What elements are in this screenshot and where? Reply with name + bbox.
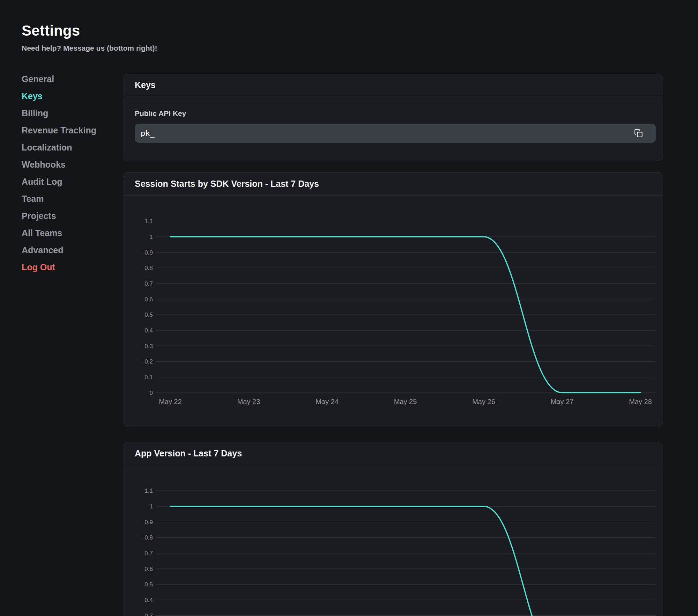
y-tick-label: 1 [150, 234, 153, 240]
y-tick-label: 0.5 [144, 311, 153, 318]
app-chart-title: App Version - Last 7 Days [135, 448, 242, 459]
sidebar-item-projects[interactable]: Projects [22, 212, 105, 220]
keys-card: Keys Public API Key [123, 74, 663, 161]
public-api-key-input[interactable] [135, 124, 656, 143]
sdk-version-chart-card: Session Starts by SDK Version - Last 7 D… [123, 172, 663, 427]
y-tick-label: 0.7 [144, 550, 153, 557]
sidebar-item-keys[interactable]: Keys [22, 92, 105, 101]
keys-card-title: Keys [135, 80, 156, 90]
x-tick-label-may-25: May 25 [394, 398, 417, 405]
y-tick-label: 0.1 [144, 374, 153, 381]
sidebar-item-general[interactable]: General [22, 75, 105, 83]
y-tick-label: 0.9 [144, 249, 153, 256]
sdk-chart-header: Session Starts by SDK Version - Last 7 D… [123, 173, 663, 196]
y-tick-label: 0.8 [144, 534, 153, 541]
y-tick-label: 1.1 [144, 487, 153, 494]
series-line-app-version [170, 506, 640, 616]
x-tick-label-may-26: May 26 [472, 398, 495, 405]
x-tick-label-may-22: May 22 [159, 398, 182, 405]
sidebar-item-localization[interactable]: Localization [22, 143, 105, 152]
app-version-line-chart: 00.10.20.30.40.50.60.70.80.911.1May 22Ma… [123, 465, 663, 616]
page-title: Settings [22, 23, 80, 38]
keys-card-header: Keys [123, 74, 663, 96]
page-subtitle: Need help? Message us (bottom right)! [22, 44, 157, 52]
sdk-chart-title: Session Starts by SDK Version - Last 7 D… [135, 179, 319, 189]
x-tick-label-may-27: May 27 [551, 398, 574, 405]
sidebar-item-advanced[interactable]: Advanced [22, 246, 105, 255]
y-tick-label: 1 [150, 503, 153, 510]
sidebar-item-all-teams[interactable]: All Teams [22, 229, 105, 237]
y-tick-label: 1.1 [144, 218, 153, 225]
y-tick-label: 0.3 [144, 613, 153, 616]
y-tick-label: 0.6 [144, 296, 153, 303]
sidebar-item-audit-log[interactable]: Audit Log [22, 177, 105, 186]
copy-icon [634, 129, 643, 138]
settings-page: Settings Need help? Message us (bottom r… [0, 0, 698, 616]
sidebar-item-team[interactable]: Team [22, 195, 105, 203]
x-tick-label-may-23: May 23 [237, 398, 260, 405]
y-tick-label: 0.7 [144, 280, 153, 287]
public-api-key-label: Public API Key [135, 110, 186, 117]
sidebar-item-webhooks[interactable]: Webhooks [22, 160, 105, 169]
sdk-version-line-chart: 00.10.20.30.40.50.60.70.80.911.1May 22Ma… [123, 196, 663, 427]
y-tick-label: 0 [150, 390, 153, 396]
y-tick-label: 0.4 [144, 597, 153, 603]
y-tick-label: 0.9 [144, 519, 153, 526]
sidebar-item-log-out[interactable]: Log Out [22, 263, 105, 272]
public-api-key-field-wrap [135, 124, 656, 143]
x-tick-label-may-28: May 28 [629, 398, 652, 405]
app-chart-header: App Version - Last 7 Days [123, 442, 663, 465]
y-tick-label: 0.6 [144, 566, 153, 572]
settings-sidebar: GeneralKeysBillingRevenue TrackingLocali… [22, 75, 105, 280]
y-tick-label: 0.2 [144, 358, 153, 365]
y-tick-label: 0.8 [144, 265, 153, 271]
y-tick-label: 0.5 [144, 581, 153, 588]
sidebar-item-revenue-tracking[interactable]: Revenue Tracking [22, 126, 105, 135]
copy-api-key-button[interactable] [634, 129, 643, 138]
y-tick-label: 0.3 [144, 343, 153, 350]
app-version-chart-card: App Version - Last 7 Days 00.10.20.30.40… [123, 442, 663, 616]
x-tick-label-may-24: May 24 [315, 398, 339, 405]
y-tick-label: 0.4 [144, 327, 153, 334]
sidebar-item-billing[interactable]: Billing [22, 109, 105, 118]
